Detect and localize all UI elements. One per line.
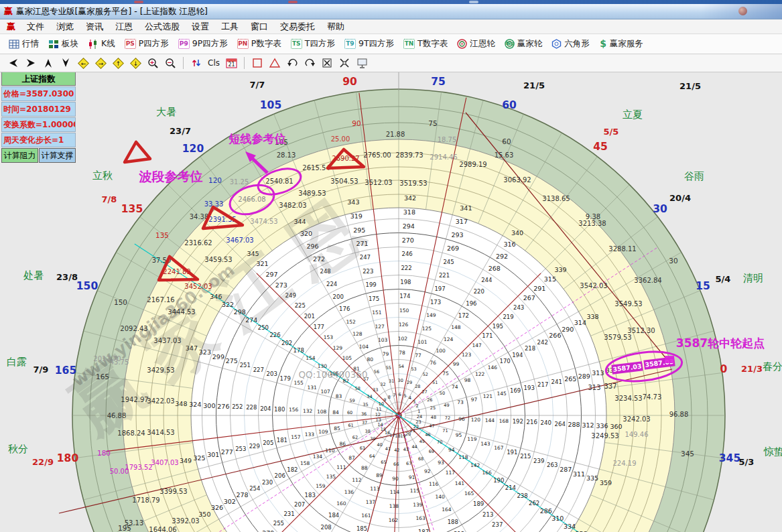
toolbar-label: 板块 — [62, 38, 78, 50]
toolbar-button-4[interactable]: P99P四方形 — [174, 38, 233, 50]
toolbar-label: 9P四方形 — [192, 38, 228, 50]
background-tab-blob — [134, 1, 143, 3]
toolbar-button-11[interactable]: 六角形 — [547, 38, 594, 50]
toolbar-button-12[interactable]: $赢家服务 — [594, 38, 648, 50]
ts-icon: TS — [291, 39, 302, 49]
rotate-right-button[interactable] — [23, 56, 39, 70]
menu-item-4[interactable]: 公式选股 — [139, 21, 186, 31]
toolbar-button-9[interactable]: 江恩轮 — [452, 38, 500, 50]
toolbar-button-2[interactable]: K线 — [83, 38, 120, 50]
bullseye-icon: Big — [505, 39, 515, 49]
bullseye-icon — [457, 39, 467, 49]
triangle-button[interactable] — [267, 56, 283, 70]
svg-text:←: ← — [80, 60, 86, 67]
drawing-toolbar: ←→↑↓+−Cls21 — [0, 54, 782, 72]
blocks-icon — [48, 40, 59, 49]
ps-icon: PS — [125, 39, 136, 49]
rotate-down-button[interactable] — [58, 56, 74, 70]
step-right-button[interactable]: → — [92, 56, 109, 70]
toolbar-button-8[interactable]: TNT数字表 — [399, 38, 452, 50]
symbol-name: 上证指数 — [1, 72, 76, 86]
svg-text:↑: ↑ — [115, 60, 121, 67]
rotate-up-button[interactable] — [40, 56, 56, 70]
kline-icon — [88, 40, 99, 49]
toolbar-label: 9T四方形 — [359, 38, 394, 50]
window-title: 赢家江恩专业版[赢家服务平台] - [上证指数 江恩轮] — [16, 6, 208, 17]
menu-item-1[interactable]: 浏览 — [50, 21, 80, 31]
calendar-button[interactable]: 21 — [223, 56, 239, 70]
step-up-button[interactable]: ↑ — [110, 56, 126, 70]
delete-box-button[interactable] — [319, 56, 335, 70]
tn-icon: TN — [403, 39, 415, 49]
toolbar-button-6[interactable]: TST四方形 — [286, 38, 340, 50]
toolbar-label: 赢家服务 — [610, 38, 643, 50]
calc-resistance-button[interactable]: 计算阻力 — [1, 148, 38, 163]
svg-text:↓: ↓ — [133, 60, 138, 67]
svg-text:→: → — [98, 60, 103, 67]
menu-item-0[interactable]: 文件 — [21, 21, 50, 31]
toolbar-label: K线 — [101, 38, 115, 50]
zoom-out-button[interactable]: − — [162, 56, 178, 70]
app-icon: 赢 — [4, 5, 13, 17]
svg-text:$: $ — [600, 39, 606, 49]
toolbar-separator — [183, 57, 184, 69]
updown-button[interactable] — [188, 56, 204, 70]
toolbar-button-3[interactable]: PSP四方形 — [120, 38, 174, 50]
p9-icon: P9 — [178, 39, 190, 49]
info-rows: 价格=3587.0300时间=20180129变换系数=1.00000周天变化步… — [1, 86, 76, 147]
hex-icon — [551, 39, 562, 49]
arc-ccw-button[interactable] — [284, 56, 300, 70]
svg-text:+: + — [149, 59, 155, 66]
info-row-1: 时间=20180129 — [1, 102, 76, 117]
toolbar-label: T四方形 — [305, 38, 335, 50]
step-down-button[interactable]: ↓ — [127, 56, 143, 70]
toolbar-label: T数字表 — [417, 38, 448, 50]
menu-bar: 赢 文件浏览资讯江恩公式选股设置工具窗口交易委托帮助 — [0, 19, 782, 34]
arc-cw-button[interactable] — [302, 56, 318, 70]
toolbar-label: 行情 — [22, 38, 39, 50]
menu-item-9[interactable]: 帮助 — [321, 21, 350, 31]
pn-icon: PN — [237, 39, 249, 49]
t9-icon: T9 — [344, 39, 356, 49]
toolbar-label: P数字表 — [251, 38, 281, 50]
main-toolbar: 行情板块K线PSP四方形P99P四方形PNP数字表TST四方形T99T四方形TN… — [0, 34, 782, 54]
menu-item-8[interactable]: 交易委托 — [274, 21, 321, 31]
info-row-3: 周天变化步长=1 — [1, 133, 76, 147]
shrink-button[interactable] — [336, 56, 352, 70]
table-icon — [9, 40, 19, 49]
toolbar-button-0[interactable]: 行情 — [4, 38, 44, 50]
info-buttons: 计算阻力计算支撑 — [1, 148, 76, 163]
toolbar-button-1[interactable]: 板块 — [44, 38, 83, 50]
toolbar-label: 江恩轮 — [470, 38, 495, 50]
menu-item-2[interactable]: 资讯 — [80, 21, 109, 31]
rotate-left-button[interactable] — [5, 56, 21, 70]
menu-item-6[interactable]: 工具 — [215, 21, 245, 31]
toolbar-label: P四方形 — [139, 38, 169, 50]
title-bar: 赢 赢家江恩专业版[赢家服务平台] - [上证指数 江恩轮] — [0, 4, 782, 19]
step-left-button[interactable]: ← — [75, 56, 91, 70]
cls-button[interactable]: Cls — [206, 56, 222, 70]
svg-text:21: 21 — [228, 62, 235, 68]
background-tab-blob — [288, 1, 298, 3]
menu-items: 文件浏览资讯江恩公式选股设置工具窗口交易委托帮助 — [21, 21, 350, 33]
toolbar-button-10[interactable]: Big赢家轮 — [500, 38, 547, 50]
square-button[interactable] — [249, 56, 265, 70]
toolbar-button-7[interactable]: T99T四方形 — [340, 38, 399, 50]
app-logo: 赢 — [0, 21, 21, 33]
toolbar-label: 赢家轮 — [517, 38, 543, 50]
toolbar-label: 六角形 — [564, 38, 590, 50]
toolbar-button-5[interactable]: PNP数字表 — [233, 38, 286, 50]
zoom-in-button[interactable]: + — [145, 56, 161, 70]
svg-text:−: − — [167, 59, 172, 66]
dollar-icon: $ — [599, 39, 607, 49]
client-area: 上证指数 价格=3587.0300时间=20180129变换系数=1.00000… — [0, 70, 782, 532]
info-panel: 上证指数 价格=3587.0300时间=20180129变换系数=1.00000… — [1, 72, 76, 163]
toolbar-separator — [244, 57, 245, 69]
menu-item-5[interactable]: 设置 — [186, 21, 215, 31]
info-row-0: 价格=3587.0300 — [1, 86, 76, 101]
calc-support-button[interactable]: 计算支撑 — [39, 148, 76, 163]
menu-item-3[interactable]: 江恩 — [109, 21, 139, 31]
info-row-2: 变换系数=1.00000 — [1, 117, 76, 132]
menu-item-7[interactable]: 窗口 — [245, 21, 274, 31]
screen-button[interactable] — [354, 56, 370, 70]
